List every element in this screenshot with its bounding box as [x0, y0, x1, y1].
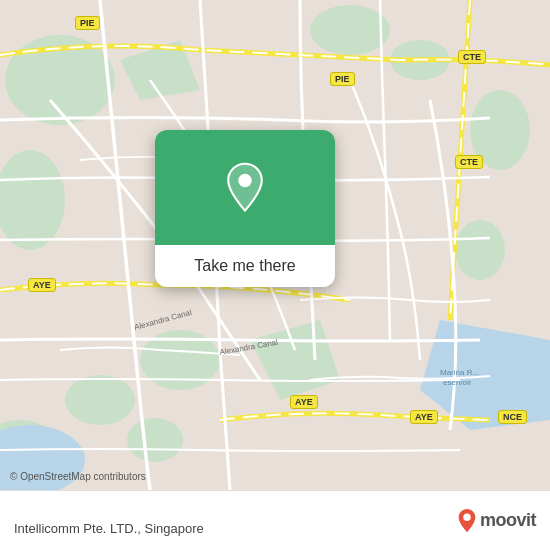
- location-pin-icon: [219, 162, 271, 214]
- moovit-text: moovit: [480, 510, 536, 531]
- svg-point-4: [455, 220, 505, 280]
- svg-point-10: [65, 375, 135, 425]
- popup-green-area: [155, 130, 335, 245]
- map-container: Alexandra Canal Alexandra Canal Marina R…: [0, 0, 550, 490]
- road-badge-cte-midright: CTE: [455, 155, 483, 169]
- road-badge-pie-topleft: PIE: [75, 16, 100, 30]
- svg-text:eservoir: eservoir: [443, 378, 472, 387]
- bottom-bar: Intellicomm Pte. LTD., Singapore moovit: [0, 490, 550, 550]
- svg-point-20: [238, 173, 251, 186]
- svg-point-21: [463, 513, 470, 520]
- svg-point-12: [127, 418, 183, 462]
- map-attribution: © OpenStreetMap contributors: [10, 471, 146, 482]
- location-label: Intellicomm Pte. LTD., Singapore: [14, 521, 204, 536]
- popup-card: Take me there: [155, 130, 335, 287]
- road-badge-cte-right: CTE: [458, 50, 486, 64]
- road-badge-aye-left: AYE: [28, 278, 56, 292]
- road-badge-aye-bottomright: AYE: [410, 410, 438, 424]
- road-badge-aye-bottommid: AYE: [290, 395, 318, 409]
- moovit-pin-icon: [456, 508, 478, 534]
- svg-text:Marina R...: Marina R...: [440, 368, 479, 377]
- svg-point-6: [310, 5, 390, 55]
- take-me-there-button[interactable]: Take me there: [155, 245, 335, 287]
- moovit-logo: moovit: [456, 508, 536, 534]
- road-badge-pie-topright: PIE: [330, 72, 355, 86]
- road-badge-nce: NCE: [498, 410, 527, 424]
